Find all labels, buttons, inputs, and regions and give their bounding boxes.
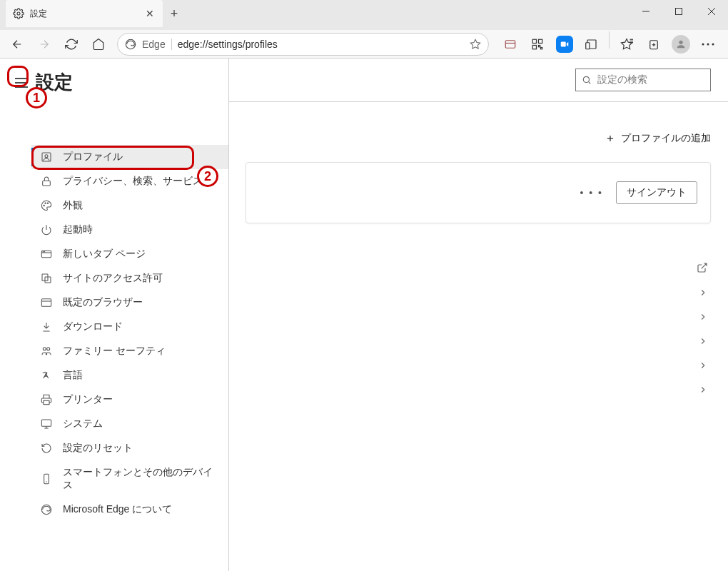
extension-area (495, 31, 724, 57)
browser-tab[interactable]: 設定 ✕ (6, 0, 163, 27)
link-row[interactable] (246, 255, 711, 281)
svg-rect-49 (41, 420, 51, 426)
add-profile-label: プロファイルの追加 (621, 132, 711, 145)
nav-label: Microsoft Edge について (63, 503, 172, 516)
lock-icon (40, 175, 53, 188)
home-button[interactable] (86, 31, 111, 57)
window-controls (630, 0, 728, 23)
gear-icon (13, 8, 24, 19)
divider (609, 31, 610, 49)
link-row[interactable] (246, 305, 711, 329)
sidebar-item-family[interactable]: ファミリー セーフティ (31, 339, 228, 363)
nav-label: プロファイル (63, 151, 123, 163)
favorite-icon[interactable] (470, 39, 481, 50)
sidebar-item-language[interactable]: 言語 (31, 363, 228, 388)
favorites-icon[interactable] (614, 31, 639, 57)
system-icon (40, 418, 53, 430)
hamburger-button[interactable] (11, 73, 31, 93)
profile-links (246, 233, 711, 402)
sidebar-item-phone[interactable]: スマートフォンとその他のデバイス (31, 460, 228, 497)
permissions-icon (40, 272, 53, 285)
menu-button[interactable] (695, 31, 721, 57)
sidebar-item-appearance[interactable]: 外観 (31, 193, 228, 218)
phone-icon (40, 473, 53, 485)
qr-icon[interactable] (525, 31, 550, 57)
nav-label: 言語 (63, 369, 83, 382)
svg-point-35 (45, 203, 46, 203)
sidebar-item-system[interactable]: システム (31, 412, 228, 436)
svg-point-34 (44, 205, 44, 206)
svg-point-40 (43, 251, 44, 252)
back-button[interactable] (4, 31, 30, 57)
printer-icon (40, 393, 53, 406)
profile-card: • • • サインアウト (246, 162, 711, 223)
new-tab-button[interactable]: + (163, 0, 186, 27)
svg-point-26 (707, 43, 709, 45)
address-bar[interactable]: Edge edge://settings/profiles (117, 33, 489, 56)
close-window-button[interactable] (695, 0, 728, 23)
divider (228, 59, 229, 571)
svg-point-0 (17, 12, 20, 15)
svg-point-24 (679, 40, 682, 44)
chevron-right-icon (698, 312, 708, 322)
sidebar-item-newtab[interactable]: 新しいタブ ページ (31, 242, 228, 266)
nav-label: 既定のブラウザー (63, 296, 143, 309)
svg-rect-44 (41, 299, 51, 307)
minimize-button[interactable] (630, 0, 662, 23)
address-prefix: Edge (142, 39, 172, 50)
signout-button[interactable]: サインアウト (616, 181, 697, 204)
svg-point-25 (702, 43, 704, 45)
sidebar-item-permissions[interactable]: サイトのアクセス許可 (31, 266, 228, 290)
svg-rect-2 (676, 9, 682, 15)
sidebar-item-printer[interactable]: プリンター (31, 388, 228, 412)
svg-rect-16 (586, 42, 590, 49)
nav-label: システム (63, 418, 103, 430)
forward-button[interactable] (31, 31, 57, 57)
sidebar-item-startup[interactable]: 起動時 (31, 218, 228, 242)
profile-avatar[interactable] (668, 31, 694, 57)
sidebar-item-reset[interactable]: 設定のリセット (31, 436, 228, 460)
svg-marker-6 (470, 39, 480, 49)
settings-nav: プロファイル プライバシー、検索、サービス 外観 起動時 新しいタブ ページ サ… (0, 105, 228, 522)
close-tab-icon[interactable]: ✕ (144, 8, 156, 19)
zoom-extension-icon[interactable] (552, 31, 577, 57)
nav-label: 起動時 (63, 223, 93, 236)
sidebar-item-about[interactable]: Microsoft Edge について (31, 497, 228, 522)
search-placeholder: 設定の検索 (597, 74, 647, 86)
nav-label: 新しいタブ ページ (63, 248, 146, 261)
tab-icon (40, 248, 53, 261)
svg-rect-7 (505, 40, 515, 48)
svg-rect-10 (539, 39, 542, 43)
link-row[interactable] (246, 329, 711, 353)
link-row[interactable] (246, 281, 711, 305)
sidebar-item-profile[interactable]: プロファイル (31, 145, 228, 169)
link-row[interactable] (246, 353, 711, 378)
edge-logo-icon (125, 39, 136, 50)
settings-sidebar: 設定 プロファイル プライバシー、検索、サービス 外観 起動時 新しいタブ ペー… (0, 59, 228, 571)
language-icon (40, 369, 53, 382)
power-icon (40, 223, 53, 236)
nav-label: ダウンロード (63, 320, 123, 333)
link-row[interactable] (246, 378, 711, 402)
sidebar-item-downloads[interactable]: ダウンロード (31, 315, 228, 339)
sidebar-item-default-browser[interactable]: 既定のブラウザー (31, 290, 228, 315)
settings-search-input[interactable]: 設定の検索 (575, 69, 711, 91)
screenshot-icon[interactable] (579, 31, 605, 57)
sidebar-item-privacy[interactable]: プライバシー、検索、サービス (31, 169, 228, 193)
more-options-button[interactable]: • • • (580, 187, 603, 198)
refresh-button[interactable] (59, 31, 84, 57)
divider (228, 101, 728, 102)
collections-icon[interactable] (641, 31, 667, 57)
svg-point-46 (43, 348, 46, 350)
maximize-button[interactable] (662, 0, 695, 23)
download-icon (40, 320, 53, 333)
profile-icon (40, 151, 53, 163)
add-profile-button[interactable]: プロファイルの追加 (246, 112, 711, 152)
nav-label: スマートフォンとその他のデバイス (63, 466, 220, 492)
extension-icon-1[interactable] (497, 31, 523, 57)
svg-point-32 (45, 155, 48, 158)
nav-label: 設定のリセット (63, 442, 133, 455)
settings-content: 設定 プロファイル プライバシー、検索、サービス 外観 起動時 新しいタブ ペー… (0, 59, 728, 571)
chevron-right-icon (698, 288, 708, 298)
svg-marker-17 (622, 39, 632, 49)
